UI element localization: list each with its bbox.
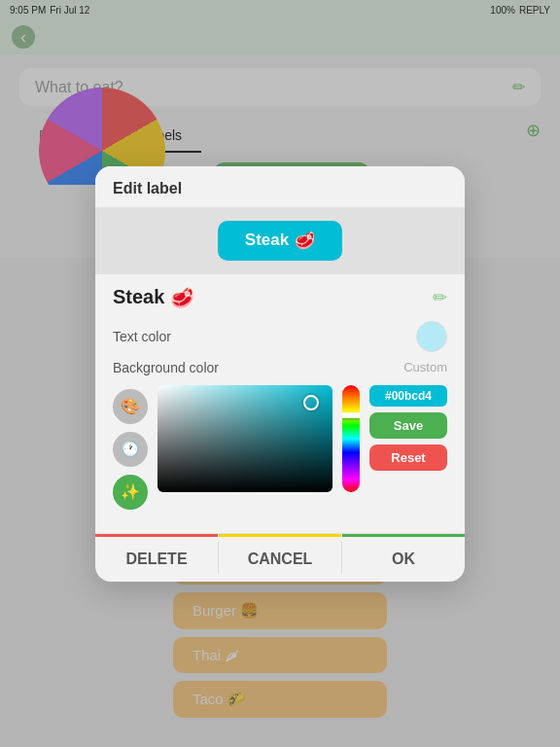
text-color-swatch[interactable] (416, 321, 447, 352)
bg-color-row: Background color Custom (113, 360, 447, 375)
hue-gradient (342, 385, 360, 492)
picker-right-controls: Save Reset (369, 385, 447, 510)
edit-label-icon[interactable]: ✏ (433, 287, 447, 308)
clock-icon-button[interactable]: 🕐 (113, 432, 148, 467)
picker-handle[interactable] (303, 395, 319, 410)
label-name-row: Steak 🥩 ✏ (113, 286, 447, 309)
modal-body: Steak 🥩 ✏ Text color Background color Cu… (95, 274, 465, 521)
modal-actions: DELETE CANCEL OK (95, 533, 465, 582)
picker-icons: 🎨 🕐 ✨ (113, 385, 148, 510)
hue-slider[interactable] (342, 385, 360, 492)
text-color-row: Text color (113, 321, 447, 352)
label-name-display: Steak 🥩 (113, 286, 194, 309)
gradient-picker[interactable] (158, 385, 332, 492)
modal-header: Edit label (95, 166, 465, 207)
color-save-button[interactable]: Save (369, 412, 447, 439)
hue-slider-handle[interactable] (342, 412, 360, 418)
edit-label-modal: Edit label Steak 🥩 Steak 🥩 ✏ Text color (95, 166, 465, 582)
ok-button[interactable]: OK (342, 534, 465, 582)
color-picker-area: 🎨 🕐 ✨ Save Reset (113, 385, 447, 510)
palette-icon-button[interactable]: 🎨 (113, 389, 148, 424)
wand-icon-button[interactable]: ✨ (113, 475, 148, 510)
cancel-button[interactable]: CANCEL (219, 534, 341, 582)
modal-preview: Steak 🥩 (95, 207, 465, 274)
hex-input[interactable] (369, 385, 447, 407)
modal-overlay: Edit label Steak 🥩 Steak 🥩 ✏ Text color (0, 0, 560, 747)
preview-chip: Steak 🥩 (218, 221, 342, 261)
delete-button[interactable]: DELETE (95, 534, 218, 582)
color-reset-button[interactable]: Reset (369, 445, 447, 471)
